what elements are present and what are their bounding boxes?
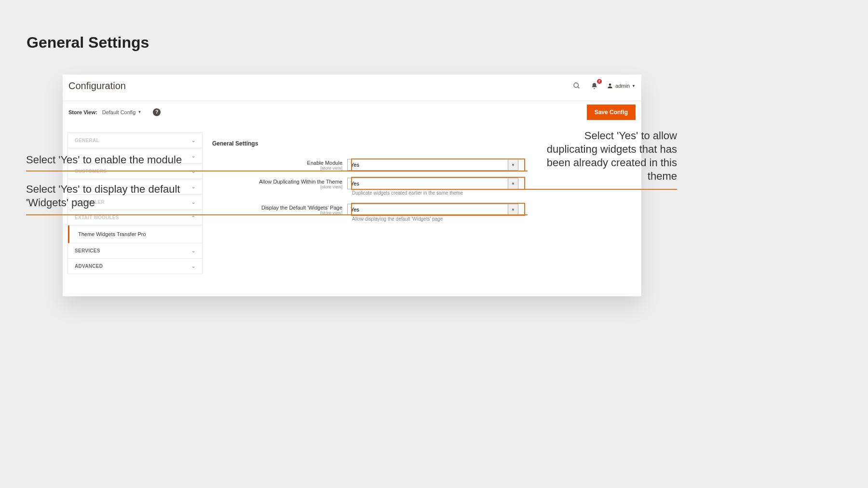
svg-line-1 xyxy=(578,87,579,88)
field-scope: [store view] xyxy=(212,166,342,171)
search-icon[interactable] xyxy=(572,81,582,91)
slide-title: General Settings xyxy=(27,34,149,52)
callout-display-default: Select 'Yes' to display the default 'Wid… xyxy=(26,183,200,210)
callout-underline xyxy=(26,171,528,171)
display-default-select[interactable]: Yes ▼ xyxy=(347,204,518,215)
page-title: Configuration xyxy=(68,80,126,92)
sidebar-group-label: Services xyxy=(75,248,100,253)
field-note: Allow displaying the default 'Widgets' p… xyxy=(352,216,443,222)
chevron-down-icon: ▼ xyxy=(508,204,518,215)
header-actions: 2 admin ▼ xyxy=(572,81,636,91)
select-value: Yes xyxy=(351,181,359,186)
sidebar-group-label: Extait Modules xyxy=(75,215,119,220)
notification-badge: 2 xyxy=(597,79,602,84)
panel-header: Configuration 2 admin ▼ xyxy=(63,75,641,97)
store-view-select[interactable]: Default Config ▼ xyxy=(102,109,142,115)
field-label: Allow Duplicating Within the Theme [stor… xyxy=(212,178,347,189)
user-label: admin xyxy=(615,83,630,89)
sidebar-group-extait[interactable]: Extait Modules ⌄ xyxy=(68,210,202,225)
allow-duplicating-select[interactable]: Yes ▼ xyxy=(347,178,518,189)
field-label: Display the Default 'Widgets' Page [stor… xyxy=(212,204,347,215)
sidebar-group-label: General xyxy=(75,138,99,143)
chevron-down-icon: ⌄ xyxy=(191,248,195,253)
callout-enable-module: Select 'Yes' to enable the module xyxy=(26,153,182,167)
notifications-icon[interactable]: 2 xyxy=(589,81,599,91)
chevron-down-icon: ⌄ xyxy=(191,264,195,269)
field-note: Duplicate widgets created earlier in the… xyxy=(352,190,463,196)
chevron-down-icon: ⌄ xyxy=(191,153,195,158)
sidebar-group-services[interactable]: Services ⌄ xyxy=(68,243,202,259)
section-title: General Settings xyxy=(212,140,258,147)
chevron-down-icon: ▼ xyxy=(508,159,518,171)
field-label: Enable Module [store view] xyxy=(212,159,347,171)
store-view-label: Store View: xyxy=(68,109,97,115)
save-config-button[interactable]: Save Config xyxy=(587,105,636,120)
chevron-down-icon: ▼ xyxy=(508,178,518,189)
sidebar-group-label: Advanced xyxy=(75,264,103,269)
sidebar-group-general[interactable]: General ⌄ xyxy=(68,133,202,148)
user-icon xyxy=(607,82,613,89)
callout-underline xyxy=(26,214,528,215)
chevron-down-icon: ⌄ xyxy=(191,138,195,143)
select-value: Yes xyxy=(351,207,359,212)
enable-module-select[interactable]: Yes ▼ xyxy=(347,159,518,171)
chevron-down-icon: ▼ xyxy=(632,84,636,88)
chevron-up-icon: ⌄ xyxy=(191,215,195,220)
chevron-down-icon: ▼ xyxy=(137,110,141,114)
help-icon[interactable]: ? xyxy=(153,108,161,116)
sidebar-group-advanced[interactable]: Advanced ⌄ xyxy=(68,259,202,274)
select-value: Yes xyxy=(351,162,359,168)
svg-point-2 xyxy=(609,83,611,86)
callout-underline xyxy=(352,189,677,190)
field-scope: [store view] xyxy=(212,185,342,189)
sidebar-item-theme-widgets[interactable]: Theme Widgets Transfer Pro xyxy=(68,225,202,243)
svg-point-0 xyxy=(574,83,578,87)
user-menu[interactable]: admin ▼ xyxy=(607,82,636,89)
callout-allow-duplicating: Select 'Yes' to allow duplicating widget… xyxy=(537,129,677,184)
toolbar: Store View: Default Config ▼ ? Save Conf… xyxy=(63,101,641,123)
field-row-display-default: Display the Default 'Widgets' Page [stor… xyxy=(212,204,636,215)
store-view-value: Default Config xyxy=(102,109,136,115)
